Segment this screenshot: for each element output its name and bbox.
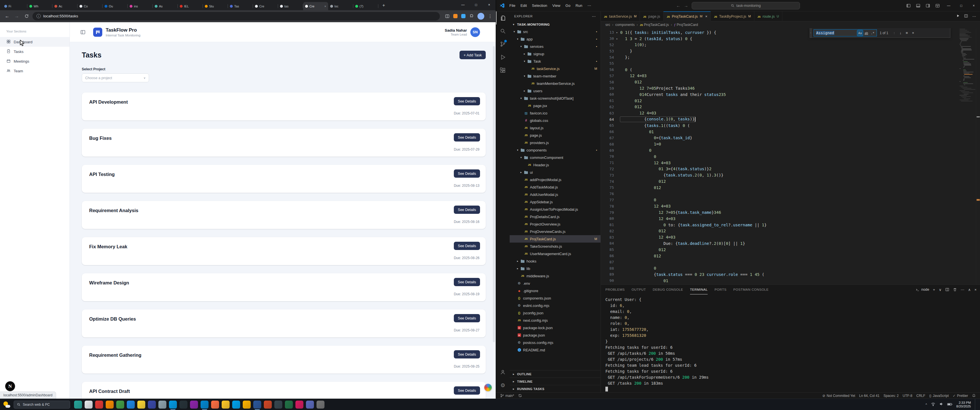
git-branch[interactable]: main*	[498, 393, 516, 399]
code-line[interactable]: 81 0 to: {task.assigned_to_rel?.username…	[601, 222, 958, 228]
customize-layout-icon[interactable]	[933, 0, 942, 11]
minimap[interactable]	[959, 29, 976, 284]
close-button[interactable]: ×	[967, 0, 980, 11]
split-terminal-icon[interactable]	[945, 288, 949, 292]
run-file-icon[interactable]	[956, 14, 960, 19]
tree-folder-Task[interactable]: ▾Task•	[510, 57, 601, 65]
menu-edit[interactable]: Edit	[518, 0, 529, 11]
reload-button[interactable]	[23, 14, 30, 18]
taskbar-app-14[interactable]	[222, 400, 230, 408]
extension-icon[interactable]	[461, 14, 466, 18]
browser-tab[interactable]: Cre	[253, 2, 278, 10]
code-line[interactable]: 70 0	[601, 154, 958, 160]
menu-run[interactable]: Run	[573, 0, 585, 11]
tree-folder-components[interactable]: ▾components•	[510, 146, 601, 154]
new-tab-button[interactable]: +	[380, 2, 387, 9]
tree-file-ProjTaskCard.js[interactable]: JSProjTaskCard.jsM	[510, 235, 601, 243]
address-bar[interactable]: i localhost:5500/tasks	[32, 12, 440, 21]
maximize-panel-icon[interactable]: ∧	[968, 288, 971, 292]
taskbar-app-7[interactable]	[148, 400, 156, 408]
code-line[interactable]: 75 012	[601, 184, 958, 191]
see-details-button[interactable]: See Details	[454, 205, 480, 214]
browser-tab[interactable]: (7)	[353, 2, 378, 10]
find-in-selection-icon[interactable]: ≡	[904, 30, 910, 36]
panel-tab-debug-console[interactable]: DEBUG CONSOLE	[653, 285, 683, 294]
code-line[interactable]: 84 Due: {task.deadline?.2(0)[0] || 1}	[601, 240, 958, 246]
find-input[interactable]: Assigned Aa ab .*	[814, 29, 877, 37]
back-button[interactable]: ←	[3, 14, 11, 19]
terminal-more-icon[interactable]: ⋯	[961, 288, 964, 292]
code-line[interactable]: 61 012	[601, 98, 958, 104]
code-line[interactable]: 62 012	[601, 104, 958, 110]
debug-activity-icon[interactable]	[496, 51, 510, 64]
tree-file-postcss.config.mjs[interactable]: ⚙postcss.config.mjs	[510, 339, 601, 346]
code-line[interactable]: 55	[601, 60, 958, 67]
tree-file-ProjDetailsCard.js[interactable]: JSProjDetailsCard.js	[510, 213, 601, 220]
project-root[interactable]: ▾ TASK-MONITORING	[510, 21, 601, 28]
tree-file-providers.js[interactable]: JSproviders.js	[510, 139, 601, 146]
close-button[interactable]: ×	[483, 0, 496, 10]
tree-file-favicon.ico[interactable]: ▨favicon.ico	[510, 109, 601, 117]
match-case-toggle[interactable]: Aa	[857, 30, 863, 36]
code-line[interactable]: 69 0	[601, 147, 958, 154]
code-line[interactable]: 63 12 4=03	[601, 110, 958, 116]
code-line[interactable]: 71 12 4=03	[601, 160, 958, 166]
code-line[interactable]: 56 0 (	[601, 67, 958, 73]
taskbar-app-8[interactable]	[158, 400, 166, 408]
tree-file-next.config.mjs[interactable]: JSnext.config.mjs	[510, 316, 601, 324]
tree-file-page.jsx[interactable]: JSpage.jsx	[510, 102, 601, 109]
files-activity-icon[interactable]	[496, 11, 510, 24]
overview-ruler[interactable]	[976, 28, 980, 284]
search-activity-icon[interactable]	[496, 24, 510, 38]
taskbar-app-11[interactable]	[190, 400, 198, 408]
code-line[interactable]: 65 {tasks.1((task) 0 (	[601, 122, 958, 129]
status-utf-8[interactable]: UTF-8	[901, 393, 915, 399]
browser-tab[interactable]: Wh	[27, 2, 52, 10]
tab-close-icon[interactable]: ×	[705, 14, 708, 19]
code-line[interactable]: 58 012	[601, 79, 958, 85]
taskbar-app-13[interactable]	[211, 400, 219, 408]
panel-tab-problems[interactable]: PROBLEMS	[605, 285, 625, 294]
see-details-button[interactable]: See Details	[454, 242, 480, 250]
volume-icon[interactable]	[939, 402, 943, 407]
taskbar-app-17[interactable]	[253, 400, 261, 408]
see-details-button[interactable]: See Details	[454, 133, 480, 141]
code-editor[interactable]: 13▸0 1({ tasks: initialTasks, curruser }…	[601, 28, 980, 284]
taskbar-app-20[interactable]	[285, 400, 293, 408]
tree-file-ProjOverviewCards.js[interactable]: JSProjOverviewCards.js	[510, 228, 601, 235]
split-editor-icon[interactable]	[964, 14, 968, 19]
tray-expand-icon[interactable]: ^	[926, 403, 927, 406]
project-dropdown[interactable]: Choose a project ∨	[82, 73, 149, 82]
minimize-button[interactable]: —	[457, 0, 469, 10]
taskbar-app-4[interactable]	[116, 400, 124, 408]
maximize-button[interactable]: □	[955, 0, 967, 11]
browser-tab[interactable]: IEL	[178, 2, 203, 10]
tree-file-.gitignore[interactable]: ◆.gitignore	[510, 287, 601, 294]
extensions-puzzle-icon[interactable]	[469, 14, 474, 19]
fold-collapsed-icon[interactable]: ▸	[614, 31, 620, 34]
taskbar-app-1[interactable]	[84, 400, 92, 408]
code-line[interactable]: 67 0={task.task_id}	[601, 135, 958, 141]
breadcrumb[interactable]: src›components›JS ProjTaskCard.js›ƒ Proj…	[601, 21, 980, 28]
code-line[interactable]: 57 12 4=03	[601, 73, 958, 79]
tree-folder-hooks[interactable]: ▸hooks	[510, 257, 601, 265]
menu-go[interactable]: Go	[563, 0, 573, 11]
maximize-button[interactable]: □	[469, 0, 483, 10]
see-details-button[interactable]: See Details	[454, 350, 480, 359]
tree-file-AssignUserToProjectModal.js[interactable]: JSAssignUserToProjectModal.js	[510, 205, 601, 213]
sidebar-item-meetings[interactable]: Meetings	[0, 56, 70, 66]
sync-button[interactable]	[516, 393, 524, 399]
status-ln-64-col-41[interactable]: Ln 64, Col 41	[857, 393, 881, 399]
avatar[interactable]: SN	[470, 27, 480, 37]
tree-file-eslint.config.mjs[interactable]: ⚙eslint.config.mjs	[510, 302, 601, 309]
see-details-button[interactable]: See Details	[454, 386, 480, 395]
nextjs-dev-badge[interactable]: N	[5, 381, 15, 391]
next-match-icon[interactable]: ↓	[897, 30, 904, 36]
see-details-button[interactable]: See Details	[454, 314, 480, 322]
regex-toggle[interactable]: .*	[870, 30, 875, 36]
status-crlf[interactable]: CRLF	[915, 393, 927, 399]
floating-widget[interactable]	[484, 384, 492, 391]
status-spaces-2[interactable]: Spaces: 2	[881, 393, 900, 399]
taskbar-app-3[interactable]	[106, 400, 114, 408]
browser-tab[interactable]: Tas	[228, 2, 253, 10]
